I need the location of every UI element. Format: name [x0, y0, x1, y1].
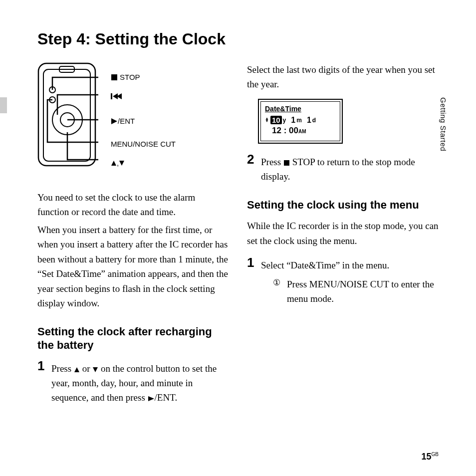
subheading-recharge: Setting the clock after recharging the b… — [37, 325, 229, 352]
side-tab-marker — [0, 97, 7, 113]
step-number: 1 — [37, 359, 48, 372]
intro-p1: You need to set the clock to use the ala… — [37, 190, 229, 220]
prev-track-icon — [111, 93, 122, 100]
lcd-ampm: AM — [298, 129, 306, 134]
svg-marker-16 — [148, 396, 154, 401]
play-icon — [111, 118, 118, 125]
step-number: 2 — [247, 153, 258, 166]
svg-marker-14 — [74, 367, 79, 372]
label-menu: MENU/NOISE CUT — [111, 140, 176, 149]
up-triangle-icon — [74, 367, 80, 373]
svg-marker-12 — [111, 161, 116, 166]
svg-rect-8 — [111, 93, 112, 99]
right-p1: Select the last two digits of the year w… — [247, 62, 439, 92]
page-number: 15GB — [422, 452, 439, 462]
page-number-value: 15 — [422, 452, 432, 462]
stop-icon — [111, 74, 118, 81]
lcd-year: 10 — [270, 116, 282, 124]
content-columns: STOP /ENT MENU/NOISE CUT — [37, 62, 439, 410]
text: or — [82, 363, 93, 374]
page-title: Step 4: Setting the Clock — [37, 30, 439, 48]
year-updown-icon: ▲▼ — [265, 118, 269, 123]
intro-p2: When you insert a battery for the first … — [37, 223, 229, 311]
down-triangle-icon — [119, 160, 125, 166]
svg-marker-15 — [93, 367, 98, 372]
page-number-sup: GB — [432, 452, 439, 457]
left-column: STOP /ENT MENU/NOISE CUT — [37, 62, 229, 410]
label-stop: STOP — [120, 73, 140, 82]
label-ent: /ENT — [118, 117, 135, 126]
svg-marker-11 — [111, 118, 117, 124]
right-step-2: 2 Press STOP to return to the stop mode … — [247, 153, 439, 184]
text: Press — [51, 363, 74, 374]
right-p2: While the IC recorder is in the stop mod… — [247, 219, 439, 248]
section-tab: Getting Started — [439, 97, 448, 151]
recorder-outline-icon — [37, 62, 100, 167]
up-triangle-icon — [111, 160, 117, 166]
svg-rect-17 — [284, 160, 289, 166]
lcd-time: 12 : 00 — [272, 126, 298, 135]
sub-step-body: Press MENU/NOISE CUT to enter the menu m… — [287, 277, 439, 306]
circled-one-icon: ① — [273, 278, 283, 287]
step-body: Select “Date&Time” in the menu. ① Press … — [261, 256, 439, 306]
step-number: 1 — [247, 256, 258, 269]
lcd-m: m — [296, 117, 302, 124]
lcd-title: Date&Time — [265, 105, 336, 113]
lcd-day: 1 — [307, 116, 311, 125]
text: Select “Date&Time” in the menu. — [261, 260, 389, 270]
play-icon — [148, 396, 155, 402]
subheading-menu: Setting the clock using the menu — [247, 198, 439, 212]
text: /ENT. — [155, 392, 178, 403]
sub-step-1: ① Press MENU/NOISE CUT to enter the menu… — [261, 277, 439, 306]
lcd-display: Date&Time ▲▼ 10 y 1 m 1 d 12 : 00AM — [258, 99, 439, 144]
svg-rect-7 — [111, 74, 117, 80]
lcd-month: 1 — [291, 116, 295, 125]
lcd-d: d — [312, 117, 316, 124]
lcd-y: y — [283, 117, 286, 124]
device-diagram: STOP /ENT MENU/NOISE CUT — [37, 62, 229, 171]
down-triangle-icon — [92, 367, 98, 373]
svg-marker-13 — [119, 161, 124, 166]
left-step-1: 1 Press or on the control button to set … — [37, 359, 229, 405]
diagram-labels: STOP /ENT MENU/NOISE CUT — [111, 62, 176, 171]
stop-icon — [283, 160, 290, 166]
step-body: Press STOP to return to the stop mode di… — [261, 153, 439, 184]
right-step-1: 1 Select “Date&Time” in the menu. ① Pres… — [247, 256, 439, 306]
text: Press — [261, 157, 283, 167]
right-column: Select the last two digits of the year w… — [247, 62, 439, 410]
step-body: Press or on the control button to set th… — [51, 359, 229, 405]
